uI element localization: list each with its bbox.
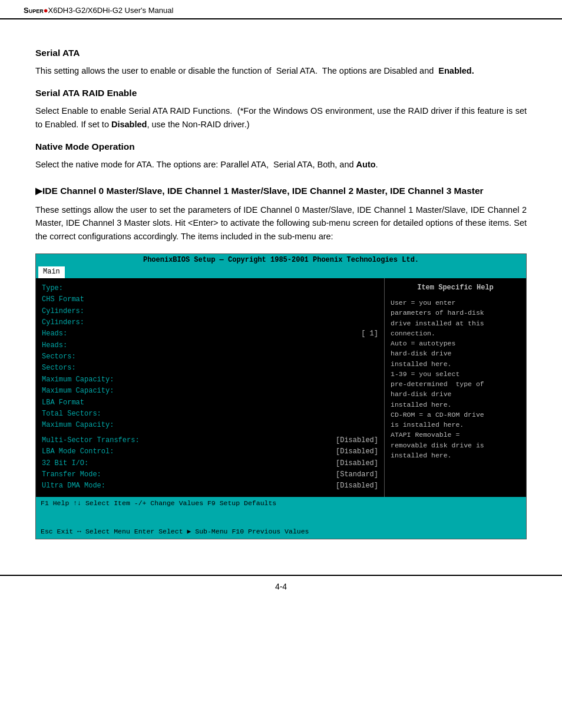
bios-footer: F1 Help ↑↓ Select Item -/+ Change Values… <box>36 497 526 539</box>
bios-footer-text2: Esc Exit ↔ Select Menu Enter Select ▶ Su… <box>41 526 309 537</box>
serial-ata-raid-heading: Serial ATA RAID Enable <box>35 88 527 98</box>
bios-row-type: Type: <box>42 283 378 294</box>
bios-row-heads1: Heads: [ 1] <box>42 328 378 340</box>
bios-label-maxcap2: Maximum Capacity: <box>42 386 114 396</box>
bios-help-text: User = you enter parameters of hard-disk… <box>391 298 520 460</box>
bios-row-multisector: Multi-Sector Transfers: [Disabled] <box>42 435 378 446</box>
native-mode-para: Select the native mode for ATA. The opti… <box>35 158 527 171</box>
bios-right-panel: Item Specific Help User = you enter para… <box>385 278 526 497</box>
bios-label-lbamode: LBA Mode Control: <box>42 447 114 457</box>
bios-row-cylinders2: Cylinders: <box>42 317 378 328</box>
page-number: 4-4 <box>275 582 287 591</box>
bios-title-bar: PhoenixBIOS Setup — Copyright 1985-2001 … <box>36 254 526 266</box>
bios-menu-main[interactable]: Main <box>38 266 65 278</box>
bios-row-transfermode: Transfer Mode: [Standard] <box>42 469 378 480</box>
bios-label-totalsectors: Total Sectors: <box>42 409 101 419</box>
bios-value-ultradma: [Disabled] <box>336 481 378 491</box>
header-logo: Super●X6DH3-G2/X6DHi-G2 User's Manual <box>24 6 173 15</box>
logo-super: Super <box>24 6 44 15</box>
native-mode-heading: Native Mode Operation <box>35 141 527 152</box>
ide-channel-heading: ▶IDE Channel 0 Master/Slave, IDE Channel… <box>35 185 527 197</box>
serial-ata-raid-para: Select Enable to enable Serial ATA RAID … <box>35 104 527 131</box>
page-header: Super●X6DH3-G2/X6DHi-G2 User's Manual <box>0 0 562 19</box>
bios-row-maxcap3: Maximum Capacity: <box>42 420 378 431</box>
bios-value-lbamode: [Disabled] <box>336 447 378 457</box>
bios-label-cylinders1: Cylinders: <box>42 307 84 317</box>
bios-row-maxcap1: Maximum Capacity: <box>42 374 378 386</box>
bios-row-heads2: Heads: <box>42 340 378 351</box>
bios-label-multisector: Multi-Sector Transfers: <box>42 436 140 446</box>
bios-label-ultradma: Ultra DMA Mode: <box>42 481 105 491</box>
bios-row-sectors1: Sectors: <box>42 351 378 363</box>
bios-row-sectors2: Sectors: <box>42 363 378 374</box>
bios-menu-bar: Main <box>36 266 526 278</box>
bios-value-multisector: [Disabled] <box>336 436 378 446</box>
bios-left-panel: Type: CHS Format Cylinders: Cylinders: H… <box>36 278 385 497</box>
bios-row-ultradma: Ultra DMA Mode: [Disabled] <box>42 480 378 492</box>
bios-row-cylinders1: Cylinders: <box>42 306 378 317</box>
ide-channel-para: These settings allow the user to set the… <box>35 203 527 243</box>
bios-label-heads1: Heads: <box>42 329 67 339</box>
logo-dot: ● <box>44 6 48 15</box>
bios-row-32bit: 32 Bit I/O: [Disabled] <box>42 458 378 469</box>
bios-label-cylinders2: Cylinders: <box>42 318 84 328</box>
bios-footer-row2: Esc Exit ↔ Select Menu Enter Select ▶ Su… <box>41 526 521 537</box>
bios-label-sectors1: Sectors: <box>42 352 76 362</box>
serial-ata-heading: Serial ATA <box>35 48 527 58</box>
bios-row-lba: LBA Format <box>42 397 378 409</box>
bios-value-32bit: [Disabled] <box>336 459 378 469</box>
bios-row-totalsectors: Total Sectors: <box>42 409 378 420</box>
main-content: Serial ATA This setting allows the user … <box>0 19 562 569</box>
bios-body: Type: CHS Format Cylinders: Cylinders: H… <box>36 278 526 497</box>
bios-label-chs: CHS Format <box>42 295 84 305</box>
bios-label-heads2: Heads: <box>42 341 67 351</box>
bios-footer-row1: F1 Help ↑↓ Select Item -/+ Change Values… <box>41 498 521 509</box>
bios-row-maxcap2: Maximum Capacity: <box>42 386 378 397</box>
bios-row-chs: CHS Format <box>42 294 378 305</box>
bios-value-heads1: [ 1] <box>361 329 378 339</box>
bios-label-type: Type: <box>42 284 63 294</box>
bios-label-maxcap1: Maximum Capacity: <box>42 375 114 385</box>
logo-model: X6DH3-G2/X6DHi-G2 User's Manual <box>48 6 174 15</box>
bios-label-lba: LBA Format <box>42 398 84 408</box>
ide-arrow-icon: ▶ <box>35 186 42 196</box>
serial-ata-para: This setting allows the user to enable o… <box>35 64 527 77</box>
bios-label-maxcap3: Maximum Capacity: <box>42 420 114 430</box>
bios-label-32bit: 32 Bit I/O: <box>42 459 88 469</box>
bios-row-lbamode: LBA Mode Control: [Disabled] <box>42 446 378 457</box>
bios-help-title: Item Specific Help <box>391 283 520 293</box>
bios-label-transfermode: Transfer Mode: <box>42 470 101 480</box>
bios-value-transfermode: [Standard] <box>336 470 378 480</box>
bios-label-sectors2: Sectors: <box>42 363 76 373</box>
ide-heading-text: IDE Channel 0 Master/Slave, IDE Channel … <box>42 186 484 196</box>
page-footer: 4-4 <box>0 575 562 597</box>
bios-screenshot: PhoenixBIOS Setup — Copyright 1985-2001 … <box>35 253 527 539</box>
bios-footer-text1: F1 Help ↑↓ Select Item -/+ Change Values… <box>41 498 276 509</box>
